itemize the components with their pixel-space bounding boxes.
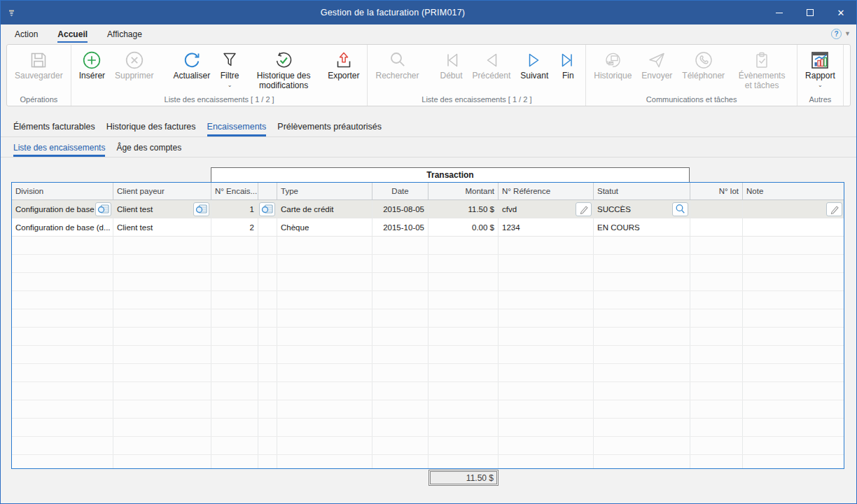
ribbon: Sauvegarder Opérations Insérer (1, 43, 856, 111)
nav-first-button[interactable]: Début (436, 48, 468, 94)
ribbon-group-label: Autres (800, 94, 840, 106)
table-row-empty[interactable] (12, 400, 844, 419)
table-row-empty[interactable] (12, 328, 844, 346)
table-row-empty[interactable] (12, 309, 844, 328)
column-header-reference[interactable]: N° Référence (499, 183, 594, 200)
lookup-button[interactable] (193, 202, 209, 216)
tab-encaissements[interactable]: Encaissements (207, 118, 267, 136)
cell-client-payeur: Client test (113, 218, 211, 236)
refresh-icon (182, 49, 202, 71)
table-header-row: Division Client payeur N° Encais... Type… (12, 183, 844, 200)
send-button[interactable]: Envoyer (636, 48, 677, 94)
edit-pencil-button[interactable] (826, 202, 842, 216)
minimize-button[interactable] (764, 1, 795, 24)
table-body: Configuration de base Client test (12, 200, 844, 468)
menu-action[interactable]: Action (5, 26, 48, 41)
table-row[interactable]: Configuration de base Client test (12, 200, 844, 218)
send-plane-icon (647, 49, 667, 71)
insert-button[interactable]: Insérer (74, 48, 110, 94)
transaction-group-header: Transaction (211, 167, 690, 183)
subtab-age-comptes[interactable]: Âge des comptes (116, 139, 181, 157)
column-header-note[interactable]: Note (743, 183, 844, 200)
lookup-button[interactable] (95, 202, 111, 216)
cell-icon (258, 200, 277, 218)
table-row-empty[interactable] (12, 455, 844, 468)
maximize-button[interactable] (795, 1, 825, 24)
column-header-icon[interactable] (258, 183, 277, 200)
edit-pencil-button[interactable] (576, 202, 592, 216)
cell-lot (690, 200, 743, 218)
column-header-type[interactable]: Type (277, 183, 372, 200)
refresh-button[interactable]: Actualiser (168, 48, 215, 94)
column-header-num-encaissement[interactable]: N° Encais... (211, 183, 258, 200)
help-icon[interactable]: ? (831, 29, 842, 39)
history-check-icon (274, 49, 293, 71)
filter-button[interactable]: Filtre ⌄ (215, 48, 244, 94)
cell-reference: 1234 (499, 218, 594, 236)
ribbon-group-communications: Historique Envoyer (586, 45, 797, 106)
export-button[interactable]: Exporter (323, 48, 364, 94)
communication-history-button[interactable]: Historique (589, 48, 636, 94)
table-row-empty[interactable] (12, 382, 844, 400)
cell-note (743, 200, 844, 218)
menu-accueil[interactable]: Accueil (48, 26, 97, 41)
column-header-date[interactable]: Date (372, 183, 428, 200)
ribbon-group-autres: Rapport ⌄ Autres (797, 45, 844, 106)
close-button[interactable]: ✕ (825, 1, 856, 24)
ribbon-group-label: Liste des encaissements [ 1 / 2 ] (370, 94, 583, 106)
title-bar: Gestion de la facturation (PRIM017) ✕ (1, 1, 856, 24)
events-clipboard-icon (752, 49, 772, 71)
cell-note (743, 218, 844, 236)
column-header-client-payeur[interactable]: Client payeur (113, 183, 211, 200)
quick-access-icon[interactable] (1, 9, 22, 17)
ribbon-group-encaissements-nav: Rechercher Début (368, 45, 586, 106)
cell-date: 2015-10-05 (372, 218, 428, 236)
table-row-empty[interactable] (12, 273, 844, 291)
menu-affichage[interactable]: Affichage (97, 26, 152, 41)
phone-button[interactable]: Téléphoner (677, 48, 730, 94)
nav-next-button[interactable]: Suivant (515, 48, 553, 94)
cell-montant: 0.00 $ (428, 218, 499, 236)
ribbon-group-encaissements-edit: Insérer Supprimer (71, 45, 368, 106)
subtab-liste-encaissements[interactable]: Liste des encaissements (13, 139, 105, 157)
tab-historique-factures[interactable]: Historique des factures (106, 118, 196, 136)
table-row-empty[interactable] (12, 291, 844, 309)
cell-icon (258, 218, 277, 236)
cell-client-payeur: Client test (113, 200, 211, 218)
table-row-empty[interactable] (12, 237, 844, 255)
cell-division: Configuration de base (12, 200, 113, 218)
column-header-montant[interactable]: Montant (428, 183, 499, 200)
table-row-empty[interactable] (12, 255, 844, 273)
table-row-empty[interactable] (12, 437, 844, 455)
magnifier-button[interactable] (672, 202, 688, 216)
lookup-button[interactable] (259, 202, 275, 216)
nav-last-button[interactable]: Fin (553, 48, 583, 94)
table-row-empty[interactable] (12, 419, 844, 437)
column-header-lot[interactable]: N° lot (690, 183, 743, 200)
tab-elements-facturables[interactable]: Éléments facturables (13, 118, 95, 136)
filter-funnel-icon (220, 49, 239, 71)
table-row[interactable]: Configuration de base (d... Client test … (12, 218, 844, 237)
chevron-down-icon[interactable]: ▼ (844, 30, 851, 37)
cell-statut: EN COURS (594, 218, 690, 236)
table-row-empty[interactable] (12, 346, 844, 364)
report-chart-icon (809, 49, 830, 71)
communication-history-icon (603, 49, 622, 71)
nav-previous-button[interactable]: Précédent (468, 48, 516, 94)
save-button[interactable]: Sauvegarder (10, 48, 68, 94)
column-header-division[interactable]: Division (12, 183, 113, 200)
ribbon-group-label: Communications et tâches (589, 94, 794, 106)
delete-button[interactable]: Supprimer (110, 48, 158, 94)
cell-division: Configuration de base (d... (12, 218, 113, 236)
events-tasks-button[interactable]: Évènements et tâches (730, 48, 794, 94)
tab-prelevements-preautorises[interactable]: Prélèvements préautorisés (277, 118, 382, 136)
history-modifications-button[interactable]: Historique des modifications (244, 48, 323, 94)
ribbon-group-operations: Sauvegarder Opérations (7, 45, 71, 106)
insert-circle-plus-icon (82, 49, 102, 71)
table-row-empty[interactable] (12, 364, 844, 382)
cell-type: Chèque (277, 218, 372, 236)
primary-tab-bar: Éléments facturables Historique des fact… (1, 111, 856, 137)
search-button[interactable]: Rechercher (370, 48, 424, 94)
column-header-statut[interactable]: Statut (594, 183, 690, 200)
report-button[interactable]: Rapport ⌄ (800, 48, 840, 94)
